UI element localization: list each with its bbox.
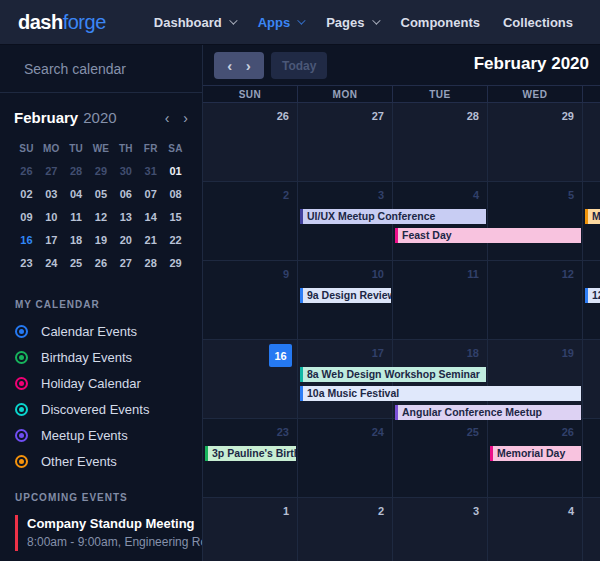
- calendar-event[interactable]: My: [585, 209, 600, 224]
- cell-date-number: 26: [562, 426, 574, 438]
- calendar-day-cell[interactable]: 27: [583, 419, 600, 498]
- calendar-day-cell[interactable]: 26: [203, 103, 298, 182]
- mini-calendar-header: February 2020 ‹ ›: [14, 109, 188, 126]
- calendar-day-cell[interactable]: 24: [298, 419, 393, 498]
- legend-item-other-events[interactable]: Other Events: [15, 448, 187, 474]
- today-date-badge[interactable]: 16: [269, 344, 292, 367]
- mini-calendar-date[interactable]: 27: [113, 252, 138, 275]
- calendar-event[interactable]: Angular Conference Meetup: [395, 405, 581, 420]
- mini-calendar-date[interactable]: 14: [138, 206, 163, 229]
- calendar-day-cell[interactable]: 5: [583, 498, 600, 561]
- mini-calendar-date[interactable]: 15: [163, 206, 188, 229]
- calendar-day-cell[interactable]: 16: [203, 340, 298, 419]
- today-button[interactable]: Today: [271, 52, 327, 79]
- mini-calendar-date[interactable]: 07: [138, 183, 163, 206]
- calendar-color-dot: [19, 329, 24, 334]
- mini-calendar-date[interactable]: 25: [64, 252, 89, 275]
- calendar-day-cell[interactable]: 1: [203, 498, 298, 561]
- navbar-menu: DashboardAppsPagesComponentsCollections: [154, 15, 573, 30]
- calendar-event[interactable]: 8a Web Design Workshop Seminar: [300, 367, 486, 382]
- mini-calendar-date[interactable]: 09: [14, 206, 39, 229]
- calendar-day-cell[interactable]: 5: [488, 182, 583, 261]
- mini-calendar-date[interactable]: 17: [39, 229, 64, 252]
- calendar-event[interactable]: Memorial Day: [490, 446, 581, 461]
- nav-item-dashboard[interactable]: Dashboard: [154, 15, 235, 30]
- calendar-event[interactable]: 12: [585, 288, 600, 303]
- calendar-day-cell[interactable]: 12: [488, 261, 583, 340]
- mini-calendar-day-header: TU: [64, 138, 89, 160]
- calendar-day-cell[interactable]: 30: [583, 103, 600, 182]
- legend-item-birthday-events[interactable]: Birthday Events: [15, 344, 187, 370]
- mini-calendar-date[interactable]: 27: [39, 160, 64, 183]
- mini-calendar-date[interactable]: 04: [64, 183, 89, 206]
- calendar-event[interactable]: UI/UX Meetup Conference: [300, 209, 486, 224]
- mini-calendar-date[interactable]: 11: [64, 206, 89, 229]
- calendar-day-cell[interactable]: 11: [393, 261, 488, 340]
- mini-calendar-day-header: MO: [39, 138, 64, 160]
- day-header-sun: SUN: [203, 86, 298, 103]
- mini-calendar-date[interactable]: 26: [14, 160, 39, 183]
- mini-calendar-date[interactable]: 08: [163, 183, 188, 206]
- mini-calendar-date[interactable]: 21: [138, 229, 163, 252]
- mini-calendar-date[interactable]: 29: [89, 160, 114, 183]
- mini-calendar-date[interactable]: 18: [64, 229, 89, 252]
- mini-calendar-date[interactable]: 20: [113, 229, 138, 252]
- nav-item-pages[interactable]: Pages: [326, 15, 377, 30]
- calendar-day-cell[interactable]: 27: [298, 103, 393, 182]
- calendar-day-cell[interactable]: 4: [488, 498, 583, 561]
- calendar-day-cell[interactable]: 2: [298, 498, 393, 561]
- my-calendar-list: Calendar EventsBirthday EventsHoliday Ca…: [15, 318, 187, 474]
- legend-item-calendar-events[interactable]: Calendar Events: [15, 318, 187, 344]
- calendar-day-cell[interactable]: 28: [393, 103, 488, 182]
- mini-calendar-date-today[interactable]: 16: [14, 229, 39, 252]
- mini-calendar-date[interactable]: 19: [89, 229, 114, 252]
- mini-calendar-date[interactable]: 13: [113, 206, 138, 229]
- calendar-event[interactable]: 9a Design Review: [300, 288, 391, 303]
- chevron-right-icon[interactable]: ›: [246, 58, 251, 73]
- legend-item-meetup-events[interactable]: Meetup Events: [15, 422, 187, 448]
- calendar-day-cell[interactable]: 25: [393, 419, 488, 498]
- mini-calendar-date[interactable]: 23: [14, 252, 39, 275]
- mini-calendar-date[interactable]: 03: [39, 183, 64, 206]
- calendar-day-cell[interactable]: 20: [583, 340, 600, 419]
- mini-calendar-date[interactable]: 06: [113, 183, 138, 206]
- upcoming-event-item[interactable]: Company Standup Meeting8:00am - 9:00am, …: [15, 515, 187, 551]
- calendar-event[interactable]: Feast Day: [395, 228, 581, 243]
- mini-calendar-date[interactable]: 31: [138, 160, 163, 183]
- chevron-right-icon[interactable]: ›: [183, 111, 188, 125]
- mini-calendar-date[interactable]: 05: [89, 183, 114, 206]
- mini-calendar-date[interactable]: 29: [163, 252, 188, 275]
- mini-calendar-date[interactable]: 28: [64, 160, 89, 183]
- calendar-event[interactable]: 3p Pauline's Birthday: [205, 446, 296, 461]
- calendar-day-cell[interactable]: 29: [488, 103, 583, 182]
- mini-calendar-date[interactable]: 01: [163, 160, 188, 183]
- legend-item-discovered-events[interactable]: Discovered Events: [15, 396, 187, 422]
- chevron-left-icon[interactable]: ‹: [227, 58, 232, 73]
- legend-item-holiday-calendar[interactable]: Holiday Calendar: [15, 370, 187, 396]
- calendar-color-icon: [15, 325, 28, 338]
- mini-calendar-date[interactable]: 28: [138, 252, 163, 275]
- calendar-day-cell[interactable]: 9: [203, 261, 298, 340]
- mini-calendar-date[interactable]: 30: [113, 160, 138, 183]
- search-input[interactable]: [24, 61, 203, 77]
- calendar-color-icon: [15, 455, 28, 468]
- nav-item-components[interactable]: Components: [401, 15, 480, 30]
- mini-calendar-date[interactable]: 26: [89, 252, 114, 275]
- mini-calendar-date[interactable]: 22: [163, 229, 188, 252]
- calendar-event[interactable]: 10a Music Festival: [300, 386, 581, 401]
- calendar-day-cell[interactable]: 3: [393, 498, 488, 561]
- mini-calendar-date[interactable]: 02: [14, 183, 39, 206]
- cell-date-number: 23: [277, 426, 289, 438]
- nav-item-label: Apps: [258, 15, 291, 30]
- cell-date-number: 24: [372, 426, 384, 438]
- day-header-thu: THU: [583, 86, 600, 103]
- mini-calendar-date[interactable]: 10: [39, 206, 64, 229]
- nav-item-apps[interactable]: Apps: [258, 15, 304, 30]
- calendar-day-cell[interactable]: 2: [203, 182, 298, 261]
- mini-calendar-date[interactable]: 24: [39, 252, 64, 275]
- app-logo[interactable]: dashforge: [18, 11, 106, 34]
- mini-calendar-date[interactable]: 12: [89, 206, 114, 229]
- cell-date-number: 5: [568, 189, 574, 201]
- chevron-left-icon[interactable]: ‹: [165, 111, 170, 125]
- nav-item-collections[interactable]: Collections: [503, 15, 573, 30]
